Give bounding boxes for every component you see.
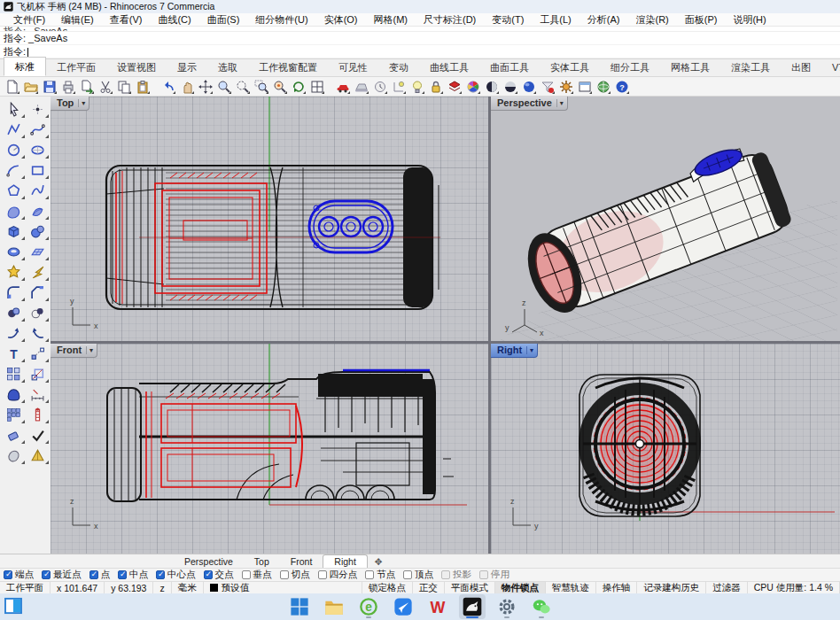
export-doc-icon[interactable] bbox=[78, 78, 95, 95]
polygon-tool-icon[interactable] bbox=[3, 181, 25, 200]
dim-tool-tool-icon[interactable] bbox=[27, 384, 49, 404]
viewport-layout-icon[interactable] bbox=[308, 78, 325, 95]
curve-arrow2-tool-icon[interactable] bbox=[27, 323, 49, 343]
viewport-front-label[interactable]: Front▾ bbox=[51, 344, 97, 358]
arrow-yellow-tool-icon[interactable] bbox=[27, 262, 49, 282]
cplane-icon[interactable] bbox=[390, 78, 407, 95]
pan-hand-icon[interactable] bbox=[178, 78, 195, 95]
clock-icon[interactable] bbox=[371, 78, 388, 95]
status-segment[interactable]: 平面模式 bbox=[445, 582, 495, 593]
circle-tool-icon[interactable] bbox=[3, 140, 25, 159]
sphere-blue-icon[interactable] bbox=[520, 78, 537, 95]
status-segment[interactable]: 正交 bbox=[413, 582, 445, 593]
spheres2-tool-icon[interactable] bbox=[27, 221, 49, 241]
checkbox-icon[interactable] bbox=[156, 570, 165, 579]
bool-union-tool-icon[interactable] bbox=[3, 303, 25, 322]
box-tool-icon[interactable] bbox=[3, 221, 25, 241]
menu-item[interactable]: 细分物件(U) bbox=[247, 13, 315, 27]
array-grid-tool-icon[interactable] bbox=[3, 364, 25, 384]
pyramid-gold-tool-icon[interactable] bbox=[27, 446, 49, 465]
status-segment[interactable]: 物件锁点 bbox=[495, 582, 546, 593]
shade-mode-icon[interactable] bbox=[353, 78, 369, 95]
menu-item[interactable]: 工具(L) bbox=[532, 13, 579, 27]
star-yellow-tool-icon[interactable] bbox=[3, 262, 25, 282]
surface-blob-tool-icon[interactable] bbox=[3, 201, 25, 221]
cut-icon[interactable] bbox=[97, 78, 113, 95]
undo-icon[interactable] bbox=[159, 78, 176, 95]
ribbon-tab[interactable]: 设置视图 bbox=[106, 58, 167, 76]
zoom-icon[interactable] bbox=[215, 78, 232, 95]
color-wheel-icon[interactable] bbox=[464, 78, 481, 95]
status-segment[interactable]: 锁定格点 bbox=[362, 582, 413, 593]
named-view-icon[interactable] bbox=[576, 78, 593, 95]
osnap-6[interactable]: 交点 bbox=[204, 569, 234, 581]
menu-item[interactable]: 文件(F) bbox=[5, 13, 53, 27]
rect-tool-tool-icon[interactable] bbox=[27, 160, 49, 180]
menu-item[interactable]: 变动(T) bbox=[484, 13, 532, 27]
checkbox-icon[interactable] bbox=[441, 570, 450, 579]
viewport-front[interactable]: Front▾ bbox=[51, 344, 488, 554]
taskbar-explorer-icon[interactable] bbox=[321, 594, 347, 619]
ring-tool-icon[interactable] bbox=[3, 242, 25, 261]
osnap-11[interactable]: 顶点 bbox=[403, 569, 433, 581]
viewport-right-label[interactable]: Right▾ bbox=[491, 344, 538, 358]
ribbon-tab[interactable]: 可见性 bbox=[328, 58, 378, 76]
checkbox-icon[interactable] bbox=[365, 570, 374, 579]
osnap-10[interactable]: 节点 bbox=[365, 569, 395, 581]
rotate-view-icon[interactable] bbox=[290, 78, 307, 95]
display-car-icon[interactable] bbox=[334, 78, 351, 95]
status-segment[interactable]: CPU 使用量: 1.4 % bbox=[748, 582, 840, 593]
status-segment[interactable]: 记录建构历史 bbox=[637, 582, 706, 593]
sphere-half-icon[interactable] bbox=[502, 78, 518, 95]
text-tool-tool-icon[interactable]: T bbox=[3, 344, 25, 363]
ribbon-tab[interactable]: 细分工具 bbox=[600, 58, 660, 76]
viewport-tab-right[interactable]: Right bbox=[323, 554, 368, 568]
checkbox-icon[interactable] bbox=[89, 570, 98, 579]
save-icon[interactable] bbox=[41, 78, 58, 95]
taskbar-rhino-app-icon[interactable] bbox=[459, 594, 486, 619]
lock-icon[interactable] bbox=[427, 78, 444, 95]
zoom-dynamic-icon[interactable] bbox=[234, 78, 251, 95]
lamp-icon[interactable] bbox=[408, 78, 425, 95]
taskbar-messenger-icon[interactable] bbox=[390, 594, 416, 619]
help-icon[interactable]: ? bbox=[613, 78, 630, 95]
ctrl-pt-tool-icon[interactable] bbox=[27, 344, 49, 363]
osnap-12[interactable]: 投影 bbox=[441, 569, 471, 581]
scale-tool-tool-icon[interactable] bbox=[27, 364, 49, 384]
plane-srf-tool-icon[interactable] bbox=[27, 242, 49, 261]
viewport-tab-front[interactable]: Front bbox=[280, 554, 323, 568]
menu-item[interactable]: 尺寸标注(D) bbox=[416, 13, 484, 27]
checkbox-icon[interactable] bbox=[479, 570, 488, 579]
chamfer-tool-icon[interactable] bbox=[27, 283, 49, 302]
widgets-icon[interactable] bbox=[4, 597, 26, 615]
ribbon-tab[interactable]: 网格工具 bbox=[660, 58, 720, 76]
ribbon-tab[interactable]: 实体工具 bbox=[540, 58, 600, 76]
paste-icon[interactable] bbox=[134, 78, 151, 95]
trim-tool-tool-icon[interactable] bbox=[3, 425, 25, 445]
ribbon-tab[interactable]: 工作平面 bbox=[46, 58, 106, 76]
checkbox-icon[interactable] bbox=[403, 570, 412, 579]
viewport-perspective[interactable]: Perspective▾ bbox=[491, 97, 840, 341]
menu-item[interactable]: 分析(A) bbox=[579, 13, 628, 27]
ellipse-tool-icon[interactable] bbox=[27, 140, 49, 159]
status-segment[interactable]: 预设值 bbox=[204, 582, 362, 593]
grid9-tool-icon[interactable] bbox=[3, 405, 25, 424]
osnap-9[interactable]: 四分点 bbox=[318, 569, 358, 581]
status-segment[interactable]: 过滤器 bbox=[706, 582, 748, 593]
gear-red-icon[interactable] bbox=[557, 78, 574, 95]
viewport-tab-perspective[interactable]: Perspective bbox=[174, 554, 244, 568]
shell-tool-icon[interactable] bbox=[27, 201, 49, 221]
copy-icon[interactable] bbox=[115, 78, 132, 95]
osnap-13[interactable]: 停用 bbox=[479, 569, 509, 581]
viewport-right[interactable]: Right▾ bbox=[491, 344, 840, 554]
zoom-selected-icon[interactable] bbox=[271, 78, 288, 95]
curve-tool-icon[interactable] bbox=[27, 120, 49, 139]
gauge-red-tool-icon[interactable] bbox=[27, 405, 49, 424]
checkbox-icon[interactable] bbox=[42, 570, 51, 579]
status-segment[interactable]: z bbox=[153, 582, 171, 593]
status-segment[interactable]: x 101.647 bbox=[51, 582, 105, 593]
taskbar-wps-icon[interactable]: W bbox=[424, 594, 451, 619]
menu-item[interactable]: 编辑(E) bbox=[53, 13, 102, 27]
status-segment[interactable]: y 63.193 bbox=[105, 582, 153, 593]
fillet-tool-icon[interactable] bbox=[3, 283, 25, 302]
